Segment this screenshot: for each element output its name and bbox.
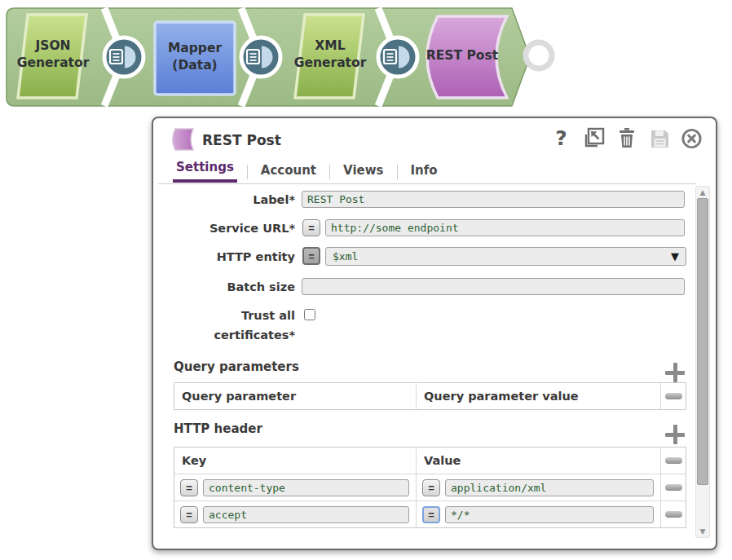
remove-row-button[interactable] (665, 484, 682, 491)
snap-label: REST Post (426, 48, 499, 63)
trust-all-field-label-line1: Trust all (153, 309, 295, 322)
header-key-input[interactable] (203, 479, 409, 496)
table-header-row: Key Value (174, 448, 686, 474)
chevron-down-icon: ▼ (671, 250, 679, 262)
save-icon[interactable] (648, 127, 670, 149)
remove-row-button[interactable] (665, 511, 682, 518)
scroll-up-icon[interactable]: ▲ (696, 188, 709, 196)
service-url-field-label: Service URL* (153, 222, 295, 235)
http-entity-value: $xml (333, 250, 358, 262)
snap-mapper[interactable]: Mapper (Data) (155, 22, 235, 95)
header-value-expression-toggle[interactable]: = (422, 506, 440, 523)
http-header-table: Key Value = = = (174, 447, 686, 528)
close-icon[interactable] (681, 127, 703, 149)
open-in-new-icon[interactable] (583, 127, 605, 149)
label-field-label: Label* (153, 193, 295, 206)
settings-scrollbar[interactable]: ▲ ▼ (695, 186, 710, 538)
column-header: Query parameter (174, 390, 296, 403)
snap-json-generator[interactable]: JSON Generator (17, 15, 90, 98)
tab-settings[interactable]: Settings (173, 160, 237, 183)
snap-label: Generator (17, 55, 90, 70)
tab-separator (397, 165, 398, 179)
batch-size-field-label: Batch size (153, 280, 295, 293)
header-value-input[interactable] (445, 479, 654, 496)
header-value-expression-toggle[interactable]: = (422, 479, 440, 496)
help-icon[interactable]: ? (550, 127, 572, 149)
snap-label: Generator (294, 55, 367, 70)
service-url-input[interactable] (325, 219, 685, 236)
trust-all-certificates-checkbox[interactable] (304, 309, 315, 320)
tab-account[interactable]: Account (258, 163, 320, 183)
snap-label: XML (315, 38, 345, 53)
service-url-expression-toggle[interactable]: = (302, 219, 320, 236)
tab-info[interactable]: Info (408, 163, 441, 183)
document-connector[interactable] (104, 37, 143, 77)
snap-settings-dialog: REST Post ? (152, 117, 717, 550)
label-input[interactable] (302, 191, 685, 208)
pipeline: JSON Generator Mapper (Data) XML Generat… (0, 0, 732, 114)
header-key-expression-toggle[interactable]: = (180, 479, 198, 496)
snap-rest-post[interactable]: REST Post (426, 16, 507, 98)
dialog-title: REST Post (202, 132, 281, 148)
document-connector[interactable] (378, 37, 417, 77)
tab-bar: Settings Account Views Info (173, 163, 441, 183)
http-entity-expression-toggle[interactable]: = (302, 247, 320, 265)
batch-size-input[interactable] (302, 278, 685, 295)
query-parameters-table: Query parameter Query parameter value (174, 382, 686, 410)
snap-label: (Data) (172, 58, 217, 73)
table-row: = = (174, 474, 686, 500)
snap-label: Mapper (168, 41, 223, 55)
tab-separator (329, 165, 330, 179)
document-connector[interactable] (241, 37, 280, 77)
trash-icon[interactable] (615, 127, 637, 149)
open-output-view[interactable] (526, 42, 552, 68)
tab-divider (158, 183, 696, 184)
tab-views[interactable]: Views (340, 163, 386, 183)
scroll-down-icon[interactable]: ▼ (696, 527, 709, 536)
add-http-header-button[interactable] (665, 425, 685, 444)
header-key-expression-toggle[interactable]: = (180, 506, 198, 523)
header-value-input[interactable] (445, 506, 654, 523)
column-header: Key (174, 454, 206, 467)
snap-label: JSON (34, 38, 70, 53)
rest-post-snap-icon (168, 127, 197, 152)
add-query-parameter-button[interactable] (665, 363, 685, 382)
column-header: Value (417, 454, 461, 467)
query-parameters-title: Query parameters (174, 359, 299, 374)
scrollbar-thumb[interactable] (697, 198, 708, 485)
table-row: = = (174, 500, 686, 527)
http-entity-field-label: HTTP entity (153, 250, 295, 263)
remove-row-button[interactable] (665, 457, 682, 464)
remove-row-button[interactable] (665, 393, 682, 399)
table-header-row: Query parameter Query parameter value (174, 383, 686, 409)
canvas: JSON Generator Mapper (Data) XML Generat… (0, 0, 732, 560)
header-key-input[interactable] (203, 506, 409, 523)
snap-xml-generator[interactable]: XML Generator (294, 15, 367, 98)
http-entity-select[interactable]: $xml ▼ (325, 247, 686, 266)
http-header-title: HTTP header (174, 421, 262, 436)
tab-separator (247, 165, 248, 179)
trust-all-field-label-line2: certificates* (153, 329, 295, 342)
column-header: Query parameter value (417, 390, 579, 403)
